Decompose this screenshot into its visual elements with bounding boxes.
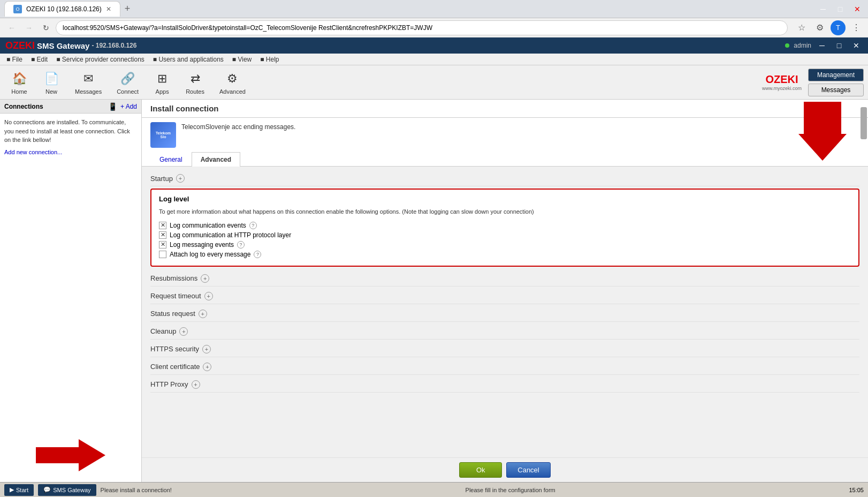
toolbar-advanced-button[interactable]: ⚙ Advanced [213, 68, 252, 97]
app-titlebar: OZEKI SMS Gateway - 192.168.0.126 admin … [0, 37, 868, 54]
tab-general[interactable]: General [150, 152, 192, 167]
bookmark-icon[interactable]: ☆ [794, 20, 809, 35]
log-messaging-label: Log messaging events [170, 241, 234, 248]
menubar: ■ File ■ Edit ■ Service provider connect… [0, 54, 868, 65]
startup-label: Startup [150, 175, 173, 183]
menu-help[interactable]: ■ Help [256, 55, 283, 64]
browser-tab[interactable]: O OZEKI 10 (192.168.0.126) ✕ [4, 1, 120, 17]
sidebar-phone-icon: 📱 [108, 102, 117, 111]
request-timeout-label: Request timeout [150, 292, 201, 300]
client-cert-section[interactable]: Client certificate + [150, 359, 859, 375]
http-proxy-section[interactable]: HTTP Proxy + [150, 377, 859, 393]
svg-marker-1 [798, 102, 847, 161]
toolbar-apps-button[interactable]: ⊞ Apps [147, 68, 177, 97]
log-comm-events-help-icon[interactable]: ? [249, 222, 257, 229]
menu-file[interactable]: ■ File [2, 55, 27, 64]
request-timeout-section[interactable]: Request timeout + [150, 289, 859, 304]
ozeki-logo: OZEKI [5, 40, 35, 51]
cleanup-section[interactable]: Cleanup + [150, 324, 859, 340]
browser-maximize-button[interactable]: □ [834, 3, 847, 16]
cancel-button[interactable]: Cancel [506, 462, 550, 478]
resubmissions-expand-icon[interactable]: + [201, 274, 209, 283]
request-timeout-expand-icon[interactable]: + [204, 292, 213, 300]
messages-tab-button[interactable]: Messages [808, 84, 864, 96]
new-icon: 📄 [43, 70, 60, 87]
statusbar: ▶ Start 💬 SMS Gateway Please install a c… [0, 482, 868, 497]
add-new-connection-link[interactable]: Add new connection... [4, 149, 137, 155]
new-tab-button[interactable]: + [125, 3, 131, 14]
menu-edit[interactable]: ■ Edit [27, 55, 52, 64]
statusbar-right: 15:05 [849, 487, 864, 493]
log-messaging-checkbox[interactable]: ✕ [159, 241, 166, 248]
cleanup-expand-icon[interactable]: + [179, 327, 188, 336]
https-security-expand-icon[interactable]: + [202, 345, 211, 353]
browser-icons: ☆ ⚙ T ⋮ [794, 20, 864, 35]
app-minimize-button[interactable]: ─ [816, 39, 828, 52]
menu-users[interactable]: ■ Users and applications [149, 55, 228, 64]
tab-bar: General Advanced [142, 152, 868, 167]
status-dot [785, 43, 789, 48]
tab-advanced[interactable]: Advanced [192, 152, 240, 167]
forward-button[interactable]: → [21, 20, 36, 35]
toolbar-connect-button[interactable]: 🔗 Connect [110, 68, 145, 97]
log-http-row: ✕ Log communication at HTTP protocol lay… [159, 231, 851, 239]
home-icon: 🏠 [11, 70, 28, 87]
status-request-expand-icon[interactable]: + [199, 310, 207, 318]
apps-icon: ⊞ [154, 70, 171, 87]
attach-log-checkbox[interactable] [159, 251, 166, 258]
toolbar-home-button[interactable]: 🏠 Home [4, 68, 34, 97]
messages-icon: ✉ [80, 70, 97, 87]
log-level-desc: To get more information about what happe… [159, 207, 851, 216]
browser-close-button[interactable]: ✕ [851, 3, 864, 16]
ok-button[interactable]: Ok [459, 462, 502, 478]
connect-icon: 🔗 [119, 70, 136, 87]
toolbar-connect-label: Connect [117, 88, 139, 95]
attach-log-row: Attach log to every message ? [159, 251, 851, 258]
sidebar-no-connections-text: No connections are installed. To communi… [4, 118, 137, 145]
start-icon: ▶ [10, 486, 14, 493]
scrollbar-thumb[interactable] [861, 107, 867, 139]
refresh-button[interactable]: ↻ [39, 20, 54, 35]
form-status-text: Please fill in the configuration form [466, 487, 555, 493]
back-button[interactable]: ← [4, 20, 19, 35]
log-http-checkbox[interactable]: ✕ [159, 231, 166, 239]
menu-icon[interactable]: ⋮ [849, 20, 864, 35]
http-proxy-expand-icon[interactable]: + [192, 380, 200, 389]
tab-title: OZEKI 10 (192.168.0.126) [26, 5, 102, 13]
toolbar-messages-button[interactable]: ✉ Messages [68, 68, 108, 97]
log-comm-events-checkbox[interactable]: ✕ [159, 222, 166, 229]
client-cert-expand-icon[interactable]: + [203, 363, 211, 371]
extension-icon[interactable]: ⚙ [812, 20, 827, 35]
address-bar[interactable] [56, 20, 788, 35]
menu-view[interactable]: ■ View [228, 55, 256, 64]
start-button[interactable]: ▶ Start [4, 484, 34, 496]
resubmissions-section[interactable]: Resubmissions + [150, 271, 859, 287]
form-actions: Ok Cancel [142, 457, 868, 482]
browser-minimize-button[interactable]: ─ [817, 3, 829, 16]
startup-expand-icon[interactable]: + [176, 174, 185, 183]
app-maximize-button[interactable]: □ [833, 39, 846, 52]
tab-close-icon[interactable]: ✕ [106, 5, 111, 13]
attach-log-help-icon[interactable]: ? [254, 251, 261, 258]
app-title: OZEKI SMS Gateway - 192.168.0.126 [5, 40, 136, 51]
status-request-section[interactable]: Status request + [150, 306, 859, 322]
app-close-button[interactable]: ✕ [850, 39, 863, 52]
menu-service-provider[interactable]: ■ Service provider connections [52, 55, 149, 64]
management-tab-button[interactable]: Management [808, 69, 864, 81]
log-messaging-help-icon[interactable]: ? [237, 241, 245, 248]
sidebar-add-button[interactable]: + Add [120, 103, 137, 110]
https-security-section[interactable]: HTTPS security + [150, 342, 859, 357]
toolbar: 🏠 Home 📄 New ✉ Messages 🔗 Connect ⊞ Apps… [0, 65, 868, 100]
sidebar-content: No connections are installed. To communi… [0, 114, 141, 428]
profile-button[interactable]: T [831, 20, 846, 35]
brand-url: www.myozeki.com [762, 86, 802, 91]
page-title: Install connection [150, 104, 219, 113]
startup-section[interactable]: Startup + [150, 171, 859, 186]
toolbar-new-button[interactable]: 📄 New [36, 68, 66, 97]
browser-controls: ← → ↻ ☆ ⚙ T ⋮ [0, 18, 868, 37]
sms-gateway-button[interactable]: 💬 SMS Gateway [38, 484, 96, 496]
toolbar-routes-button[interactable]: ⇄ Routes [179, 68, 211, 97]
red-arrow-down [782, 102, 847, 162]
start-label: Start [16, 487, 28, 493]
tab-favicon: O [13, 5, 22, 13]
